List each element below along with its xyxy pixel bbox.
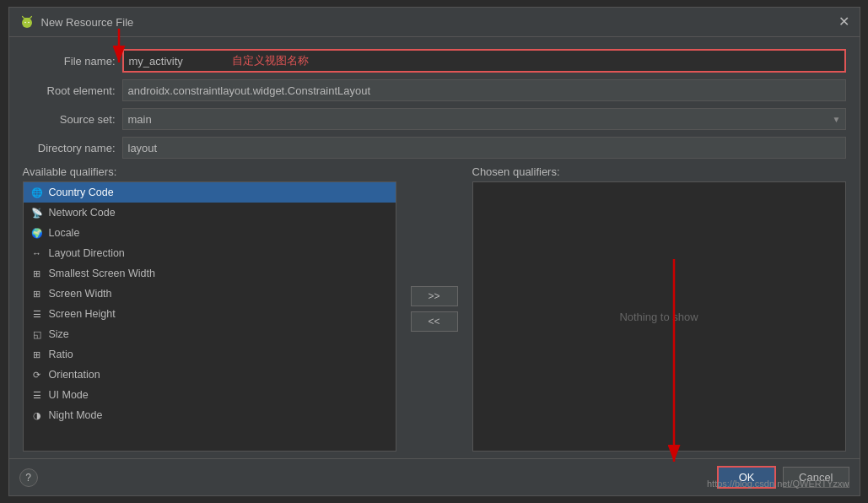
title-left: New Resource File (19, 14, 134, 30)
chosen-qualifiers-section: Chosen qualifiers: Nothing to show (472, 165, 846, 452)
night-mode-icon: ◑ (30, 408, 44, 422)
available-qualifiers-section: Available qualifiers: 🌐 Country Code 📡 N… (23, 165, 396, 452)
close-button[interactable]: ✕ (838, 15, 849, 29)
country-code-icon: 🌐 (30, 186, 44, 199)
qualifier-label-screen-width: Screen Width (49, 288, 112, 300)
svg-point-4 (24, 22, 26, 24)
available-qualifiers-label: Available qualifiers: (23, 165, 396, 178)
root-element-label: Root element: (23, 84, 116, 97)
directory-name-row: Directory name: (23, 137, 846, 159)
qualifier-item-network-code[interactable]: 📡 Network Code (24, 203, 396, 223)
title-bar: New Resource File ✕ (9, 8, 860, 37)
ratio-icon: ⊞ (30, 348, 44, 361)
file-name-row: File name: 自定义视图名称 (23, 49, 846, 73)
qualifier-label-layout-direction: Layout Direction (49, 247, 125, 259)
bottom-bar: ? OK Cancel (9, 458, 860, 495)
new-resource-file-dialog: New Resource File ✕ File name: 自定义视图名称 R… (8, 7, 860, 496)
svg-point-0 (22, 18, 32, 28)
qualifier-label-country-code: Country Code (49, 187, 114, 198)
nothing-to-show-text: Nothing to show (619, 311, 698, 323)
qualifier-label-locale: Locale (49, 227, 80, 239)
qualifier-label-screen-height: Screen Height (49, 308, 116, 320)
qualifier-item-ratio[interactable]: ⊞ Ratio (24, 344, 396, 365)
source-set-label: Source set: (23, 113, 116, 126)
svg-point-5 (28, 22, 30, 24)
qualifier-label-orientation: Orientation (49, 369, 100, 381)
svg-line-3 (30, 17, 31, 19)
source-set-select[interactable]: main (122, 108, 846, 130)
qualifier-item-night-mode[interactable]: ◑ Night Mode (24, 405, 396, 425)
qualifier-list[interactable]: 🌐 Country Code 📡 Network Code 🌍 Locale ↔… (23, 181, 396, 452)
qualifier-item-orientation[interactable]: ⟳ Orientation (24, 365, 396, 385)
directory-name-label: Directory name: (23, 142, 116, 154)
help-button[interactable]: ? (19, 468, 38, 487)
form-area: File name: 自定义视图名称 Root element: Source … (9, 37, 860, 165)
layout-direction-icon: ↔ (30, 246, 44, 260)
network-code-icon: 📡 (30, 206, 44, 219)
source-set-row: Source set: main ▼ (23, 108, 846, 130)
smallest-screen-width-icon: ⊞ (30, 267, 44, 280)
root-element-input[interactable] (122, 79, 846, 101)
file-name-input[interactable] (122, 49, 846, 73)
backward-button[interactable]: << (411, 311, 458, 332)
file-name-label: File name: (23, 55, 116, 68)
qualifier-label-ui-mode: UI Mode (49, 389, 89, 401)
qualifier-item-screen-width[interactable]: ⊞ Screen Width (24, 284, 396, 304)
orientation-icon: ⟳ (30, 368, 44, 381)
qualifier-label-ratio: Ratio (49, 349, 73, 360)
qualifier-item-screen-height[interactable]: ☰ Screen Height (24, 304, 396, 324)
svg-rect-1 (24, 18, 30, 19)
qualifier-item-layout-direction[interactable]: ↔ Layout Direction (24, 243, 396, 263)
qualifier-item-ui-mode[interactable]: ☰ UI Mode (24, 385, 396, 405)
size-icon: ◱ (30, 327, 44, 341)
screen-height-icon: ☰ (30, 307, 44, 321)
root-element-row: Root element: (23, 79, 846, 101)
qualifier-item-smallest-screen-width[interactable]: ⊞ Smallest Screen Width (24, 263, 396, 284)
svg-line-2 (22, 17, 24, 19)
locale-icon: 🌍 (30, 226, 44, 240)
qualifier-item-size[interactable]: ◱ Size (24, 324, 396, 344)
directory-name-input[interactable] (122, 137, 846, 159)
arrow-buttons: >> << (405, 165, 464, 452)
dialog-title: New Resource File (41, 16, 134, 29)
watermark: https://blog.csdn.net/QWERTYzxw (707, 479, 849, 489)
android-icon (19, 14, 35, 30)
source-set-wrapper: main ▼ (122, 108, 846, 130)
qualifier-item-locale[interactable]: 🌍 Locale (24, 223, 396, 243)
screen-width-icon: ⊞ (30, 287, 44, 300)
qualifier-label-night-mode: Night Mode (49, 409, 103, 421)
qualifier-label-size: Size (49, 328, 69, 340)
filename-wrapper: 自定义视图名称 (122, 49, 846, 73)
chosen-qualifiers-label: Chosen qualifiers: (472, 165, 846, 178)
chosen-qualifiers-area: Nothing to show (472, 181, 846, 452)
main-area: Available qualifiers: 🌐 Country Code 📡 N… (9, 165, 860, 458)
ui-mode-icon: ☰ (30, 388, 44, 402)
qualifier-label-smallest-screen-width: Smallest Screen Width (49, 268, 155, 279)
qualifier-label-network-code: Network Code (49, 207, 116, 219)
forward-button[interactable]: >> (411, 286, 458, 306)
qualifier-item-country-code[interactable]: 🌐 Country Code (24, 182, 396, 203)
